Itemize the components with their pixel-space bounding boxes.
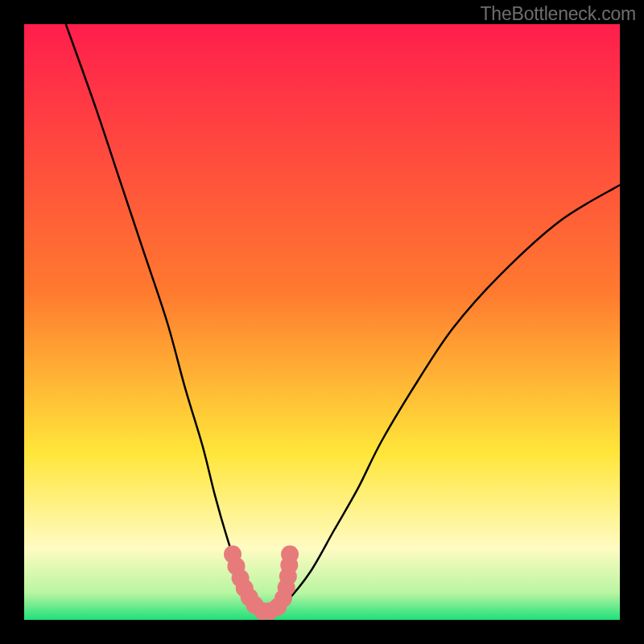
gradient-background: [24, 24, 620, 620]
watermark-text: TheBottleneck.com: [481, 3, 636, 25]
chart-svg: [24, 24, 620, 620]
chart-frame: [24, 24, 620, 620]
marker-dot: [281, 546, 299, 564]
